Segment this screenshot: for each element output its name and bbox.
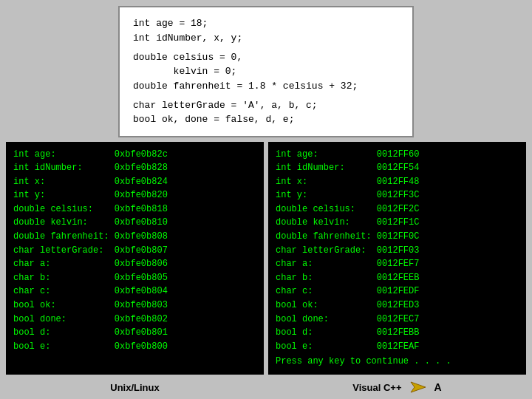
label-y-right: int y: bbox=[276, 188, 377, 202]
label-e-left: bool e: bbox=[13, 340, 115, 354]
bottom-panels: int age: 0xbfe0b82c int idNumber: 0xbfe0… bbox=[6, 142, 526, 375]
row-x-right: int x: 0012FF48 bbox=[276, 175, 519, 189]
code-line-1: int age = 18; bbox=[133, 16, 399, 31]
code-line-5: double fahrenheit = 1.8 * celsius + 32; bbox=[133, 79, 399, 94]
arrow-icon bbox=[408, 379, 429, 395]
value-x-left: 0xbfe0b824 bbox=[115, 175, 168, 189]
value-a-left: 0xbfe0b806 bbox=[115, 257, 168, 271]
footer-visualcpp-label: Visual C++ bbox=[352, 382, 401, 393]
value-celsius-left: 0xbfe0b818 bbox=[115, 202, 168, 216]
row-x-left: int x: 0xbfe0b824 bbox=[13, 175, 256, 189]
label-lettergrade-right: char letterGrade: bbox=[276, 244, 377, 258]
value-a-right: 0012FEF7 bbox=[377, 257, 420, 271]
label-a-left: char a: bbox=[13, 257, 115, 271]
label-x-left: int x: bbox=[13, 175, 115, 189]
code-line-7: bool ok, done = false, d, e; bbox=[133, 112, 399, 127]
value-c-right: 0012FEDF bbox=[377, 284, 420, 299]
label-b-left: char b: bbox=[13, 271, 115, 285]
value-lettergrade-right: 0012FF03 bbox=[377, 244, 420, 258]
value-d-right: 0012FEBB bbox=[377, 326, 420, 340]
code-line-2: int idNumber, x, y; bbox=[133, 31, 399, 46]
value-c-left: 0xbfe0b804 bbox=[115, 284, 168, 299]
row-d-right: bool d: 0012FEBB bbox=[276, 326, 519, 340]
footer-right: Visual C++ A bbox=[268, 379, 526, 395]
value-idnumber-left: 0xbfe0b828 bbox=[115, 161, 168, 175]
label-age-left: int age: bbox=[13, 148, 115, 162]
row-b-left: char b: 0xbfe0b805 bbox=[13, 271, 256, 285]
value-kelvin-right: 0012FF1C bbox=[377, 216, 420, 230]
row-a-left: char a: 0xbfe0b806 bbox=[13, 257, 256, 271]
value-done-right: 0012FEC7 bbox=[377, 313, 420, 327]
label-idnumber-left: int idNumber: bbox=[13, 161, 115, 175]
label-fahrenheit-left: double fahrenheit: bbox=[13, 230, 115, 244]
value-kelvin-left: 0xbfe0b810 bbox=[115, 216, 168, 230]
row-age-right: int age: 0012FF60 bbox=[276, 148, 519, 162]
press-any-key: Press any key to continue . . . . bbox=[276, 355, 519, 369]
value-e-left: 0xbfe0b800 bbox=[115, 340, 168, 354]
row-y-right: int y: 0012FF3C bbox=[276, 188, 519, 202]
value-b-left: 0xbfe0b805 bbox=[115, 271, 168, 285]
row-e-right: bool e: 0012FEAF bbox=[276, 340, 519, 354]
value-x-right: 0012FF48 bbox=[377, 175, 420, 189]
label-x-right: int x: bbox=[276, 175, 377, 189]
row-done-right: bool done: 0012FEC7 bbox=[276, 313, 519, 327]
value-fahrenheit-left: 0xbfe0b808 bbox=[115, 230, 168, 244]
row-d-left: bool d: 0xbfe0b801 bbox=[13, 326, 256, 340]
label-celsius-left: double celsius: bbox=[13, 202, 115, 216]
row-kelvin-right: double kelvin: 0012FF1C bbox=[276, 216, 519, 230]
value-fahrenheit-right: 0012FF0C bbox=[377, 230, 420, 244]
value-idnumber-right: 0012FF54 bbox=[377, 161, 420, 175]
code-line-4: kelvin = 0; bbox=[133, 64, 399, 79]
label-c-left: char c: bbox=[13, 284, 115, 299]
label-kelvin-right: double kelvin: bbox=[276, 216, 377, 230]
value-y-left: 0xbfe0b820 bbox=[115, 188, 168, 202]
row-lettergrade-right: char letterGrade: 0012FF03 bbox=[276, 244, 519, 258]
row-ok-right: bool ok: 0012FED3 bbox=[276, 299, 519, 313]
label-done-left: bool done: bbox=[13, 313, 115, 327]
code-line-6: char letterGrade = 'A', a, b, c; bbox=[133, 98, 399, 113]
label-lettergrade-left: char letterGrade: bbox=[13, 244, 115, 258]
row-y-left: int y: 0xbfe0b820 bbox=[13, 188, 256, 202]
label-ok-left: bool ok: bbox=[13, 299, 115, 313]
row-idnumber-right: int idNumber: 0012FF54 bbox=[276, 161, 519, 175]
label-celsius-right: double celsius: bbox=[276, 202, 377, 216]
label-idnumber-right: int idNumber: bbox=[276, 161, 377, 175]
code-line-3: double celsius = 0, bbox=[133, 50, 399, 65]
main-container: int age = 18; int idNumber, x, y; double… bbox=[0, 0, 532, 399]
footer-unix-label: Unix/Linux bbox=[6, 382, 264, 393]
label-c-right: char c: bbox=[276, 284, 377, 299]
label-done-right: bool done: bbox=[276, 313, 377, 327]
label-d-right: bool d: bbox=[276, 326, 377, 340]
value-d-left: 0xbfe0b801 bbox=[115, 326, 168, 340]
label-a-right: char a: bbox=[276, 257, 377, 271]
value-e-right: 0012FEAF bbox=[377, 340, 420, 354]
label-age-right: int age: bbox=[276, 148, 377, 162]
label-b-right: char b: bbox=[276, 271, 377, 285]
label-fahrenheit-right: double fahrenheit: bbox=[276, 230, 377, 244]
value-b-right: 0012FEEB bbox=[377, 271, 420, 285]
svg-marker-0 bbox=[411, 382, 426, 392]
row-celsius-right: double celsius: 0012FF2C bbox=[276, 202, 519, 216]
row-idnumber-left: int idNumber: 0xbfe0b828 bbox=[13, 161, 256, 175]
value-ok-right: 0012FED3 bbox=[377, 299, 420, 313]
row-kelvin-left: double kelvin: 0xbfe0b810 bbox=[13, 216, 256, 230]
visualcpp-panel: int age: 0012FF60 int idNumber: 0012FF54… bbox=[268, 142, 526, 375]
row-b-right: char b: 0012FEEB bbox=[276, 271, 519, 285]
row-c-right: char c: 0012FEDF bbox=[276, 284, 519, 299]
value-y-right: 0012FF3C bbox=[377, 188, 420, 202]
row-fahrenheit-right: double fahrenheit: 0012FF0C bbox=[276, 230, 519, 244]
row-e-left: bool e: 0xbfe0b800 bbox=[13, 340, 256, 354]
row-age-left: int age: 0xbfe0b82c bbox=[13, 148, 256, 162]
row-lettergrade-left: char letterGrade: 0xbfe0b807 bbox=[13, 244, 256, 258]
value-age-right: 0012FF60 bbox=[377, 148, 420, 162]
value-age-left: 0xbfe0b82c bbox=[115, 148, 168, 162]
footer: Unix/Linux Visual C++ A bbox=[6, 379, 526, 395]
row-done-left: bool done: 0xbfe0b802 bbox=[13, 313, 256, 327]
row-a-right: char a: 0012FEF7 bbox=[276, 257, 519, 271]
letter-a-label: A bbox=[434, 381, 442, 393]
row-ok-left: bool ok: 0xbfe0b803 bbox=[13, 299, 256, 313]
label-d-left: bool d: bbox=[13, 326, 115, 340]
label-e-right: bool e: bbox=[276, 340, 377, 354]
row-celsius-left: double celsius: 0xbfe0b818 bbox=[13, 202, 256, 216]
row-c-left: char c: 0xbfe0b804 bbox=[13, 284, 256, 299]
